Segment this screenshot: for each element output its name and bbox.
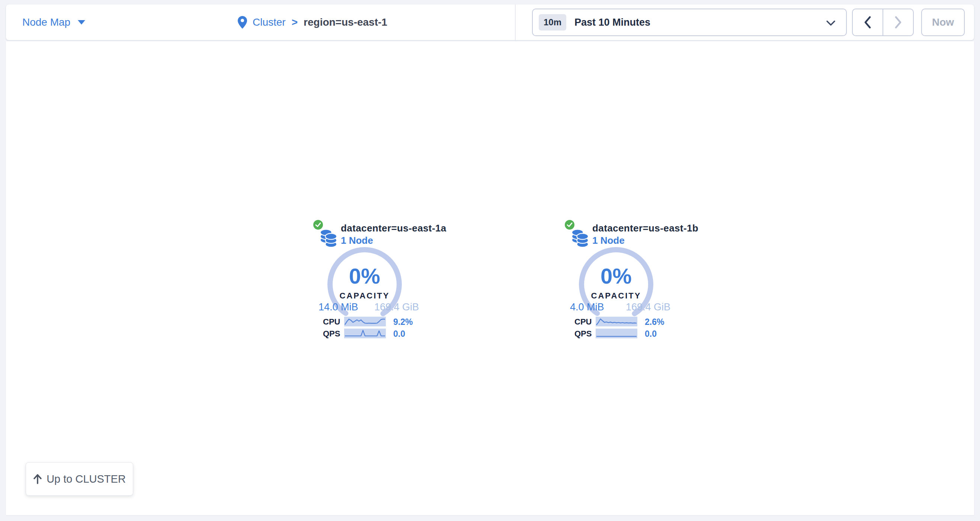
qps-label: QPS [323,329,340,339]
qps-sparkline [344,328,386,338]
capacity-values: 4.0 MiB 169.4 GiB [570,301,670,313]
capacity-gauge: 0% CAPACITY [575,244,657,325]
chevron-down-icon [826,19,836,27]
breadcrumb: Cluster > region=us-east-1 [237,5,387,40]
toolbar-divider [515,5,515,40]
caret-down-icon [78,20,85,25]
cpu-value: 9.2% [393,317,413,327]
capacity-label: CAPACITY [575,291,657,301]
arrow-up-icon [33,474,42,484]
capacity-total: 169.4 GiB [626,301,670,313]
capacity-gauge: 0% CAPACITY [324,244,406,325]
qps-value: 0.0 [393,329,405,339]
breadcrumb-separator: > [292,16,298,28]
time-nav-group [852,8,914,36]
cpu-label: CPU [323,317,340,327]
chevron-right-icon [894,16,902,29]
map-canvas: datacenter=us-east-1a 1 Node 0% CAPACITY… [6,41,974,515]
time-window-label: Past 10 Minutes [574,17,651,28]
toolbar: Node Map Cluster > region=us-east-1 10m … [6,5,974,40]
breadcrumb-current: region=us-east-1 [304,16,387,28]
cpu-sparkline [596,317,637,327]
capacity-used: 14.0 MiB [318,301,358,313]
cpu-label: CPU [574,317,592,327]
capacity-values: 14.0 MiB 169.4 GiB [318,301,419,313]
qps-value: 0.0 [645,329,657,339]
view-selector-label: Node Map [22,16,70,28]
time-window-badge: 10m [539,14,566,30]
now-button-label: Now [932,16,954,28]
up-to-cluster-label: Up to CLUSTER [46,473,126,485]
breadcrumb-cluster-link[interactable]: Cluster [253,16,286,28]
cpu-sparkline [344,317,386,327]
locality-name: datacenter=us-east-1b [592,223,698,234]
time-forward-button[interactable] [883,9,913,35]
qps-sparkline [596,328,637,338]
chevron-left-icon [864,16,872,29]
now-button[interactable]: Now [921,8,965,36]
capacity-label: CAPACITY [324,291,406,301]
cpu-value: 2.6% [645,317,664,327]
qps-stat-row: QPS 0.0 [560,328,676,339]
capacity-used: 4.0 MiB [570,301,604,313]
capacity-total: 169.4 GiB [374,301,419,313]
qps-stat-row: QPS 0.0 [309,328,424,339]
location-pin-icon [237,16,247,29]
view-selector-dropdown[interactable]: Node Map [22,5,85,40]
capacity-percent: 0% [575,263,657,288]
up-to-cluster-button[interactable]: Up to CLUSTER [25,462,133,496]
locality-card-us-east-1b[interactable]: datacenter=us-east-1b 1 Node 0% CAPACITY… [560,219,676,343]
node-map-page: Node Map Cluster > region=us-east-1 10m … [0,0,980,521]
time-back-button[interactable] [853,9,883,35]
cpu-stat-row: CPU 9.2% [309,316,424,327]
time-window-dropdown[interactable]: 10m Past 10 Minutes [532,8,847,36]
cpu-stat-row: CPU 2.6% [560,316,676,327]
capacity-percent: 0% [324,263,406,288]
locality-card-us-east-1a[interactable]: datacenter=us-east-1a 1 Node 0% CAPACITY… [309,219,424,343]
qps-label: QPS [574,329,592,339]
locality-name: datacenter=us-east-1a [341,223,447,234]
